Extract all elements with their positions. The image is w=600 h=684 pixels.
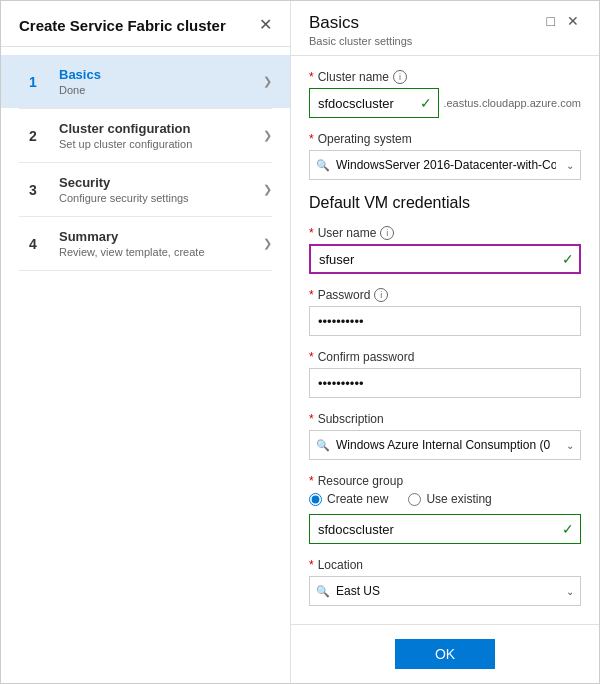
confirm-password-label: * Confirm password bbox=[309, 350, 581, 364]
os-select[interactable]: WindowsServer 2016-Datacenter-with-Co bbox=[309, 150, 581, 180]
right-content: * Cluster name i ✓ .eastus.cloudapp.azur… bbox=[291, 56, 599, 624]
subscription-label: * Subscription bbox=[309, 412, 581, 426]
username-info-icon[interactable]: i bbox=[380, 226, 394, 240]
cluster-name-group: * Cluster name i ✓ .eastus.cloudapp.azur… bbox=[309, 70, 581, 118]
step-chevron-3: ❯ bbox=[263, 183, 272, 196]
step-number-3: 3 bbox=[19, 176, 47, 204]
subscription-select-wrapper: 🔍 Windows Azure Internal Consumption (0 … bbox=[309, 430, 581, 460]
os-select-wrapper: 🔍 WindowsServer 2016-Datacenter-with-Co … bbox=[309, 150, 581, 180]
password-info-icon[interactable]: i bbox=[374, 288, 388, 302]
create-new-radio-label[interactable]: Create new bbox=[309, 492, 388, 506]
step-text-3: Security Configure security settings bbox=[59, 175, 255, 204]
step-title-1: Basics bbox=[59, 67, 255, 82]
step-subtitle-2: Set up cluster configuration bbox=[59, 138, 255, 150]
step-subtitle-3: Configure security settings bbox=[59, 192, 255, 204]
step-divider-4 bbox=[19, 270, 272, 271]
right-panel-title: Basics bbox=[309, 13, 412, 33]
username-group: * User name i ✓ bbox=[309, 226, 581, 274]
cluster-name-label: * Cluster name i bbox=[309, 70, 581, 84]
step-number-1: 1 bbox=[19, 68, 47, 96]
step-item-basics[interactable]: 1 Basics Done ❯ bbox=[1, 55, 290, 108]
steps-list: 1 Basics Done ❯ 2 Cluster configuration … bbox=[1, 47, 290, 683]
username-label: * User name i bbox=[309, 226, 581, 240]
os-label: * Operating system bbox=[309, 132, 581, 146]
close-dialog-button[interactable]: ✕ bbox=[259, 17, 272, 33]
step-subtitle-1: Done bbox=[59, 84, 255, 96]
resource-group-label: * Resource group bbox=[309, 474, 581, 488]
password-input[interactable] bbox=[309, 306, 581, 336]
resource-group-input-wrapper: ✓ bbox=[309, 514, 581, 544]
right-header-actions: □ ✕ bbox=[545, 13, 581, 29]
required-star-username: * bbox=[309, 226, 314, 240]
vm-credentials-section-title: Default VM credentials bbox=[309, 194, 581, 212]
required-star-confirm-password: * bbox=[309, 350, 314, 364]
use-existing-radio[interactable] bbox=[408, 493, 421, 506]
right-header-text: Basics Basic cluster settings bbox=[309, 13, 412, 47]
step-title-4: Summary bbox=[59, 229, 255, 244]
right-footer: OK bbox=[291, 624, 599, 683]
left-panel: Create Service Fabric cluster ✕ 1 Basics… bbox=[1, 1, 291, 683]
dialog-title: Create Service Fabric cluster bbox=[19, 17, 226, 34]
confirm-password-input-wrapper bbox=[309, 368, 581, 398]
resource-group-options: Create new Use existing bbox=[309, 492, 581, 506]
required-star-subscription: * bbox=[309, 412, 314, 426]
step-item-summary[interactable]: 4 Summary Review, view template, create … bbox=[1, 217, 290, 270]
username-input-wrapper: ✓ bbox=[309, 244, 581, 274]
step-item-cluster-config[interactable]: 2 Cluster configuration Set up cluster c… bbox=[1, 109, 290, 162]
step-number-2: 2 bbox=[19, 122, 47, 150]
step-chevron-1: ❯ bbox=[263, 75, 272, 88]
resource-group-input[interactable] bbox=[309, 514, 581, 544]
location-select-wrapper: 🔍 East US ⌄ bbox=[309, 576, 581, 606]
cluster-name-info-icon[interactable]: i bbox=[393, 70, 407, 84]
location-group: * Location 🔍 East US ⌄ bbox=[309, 558, 581, 606]
confirm-password-input[interactable] bbox=[309, 368, 581, 398]
right-panel: Basics Basic cluster settings □ ✕ * Clus… bbox=[291, 1, 599, 683]
create-new-label: Create new bbox=[327, 492, 388, 506]
required-star-location: * bbox=[309, 558, 314, 572]
subscription-group: * Subscription 🔍 Windows Azure Internal … bbox=[309, 412, 581, 460]
resource-group-group: * Resource group Create new Use existing bbox=[309, 474, 581, 544]
create-new-radio[interactable] bbox=[309, 493, 322, 506]
required-star-password: * bbox=[309, 288, 314, 302]
step-subtitle-4: Review, view template, create bbox=[59, 246, 255, 258]
username-input[interactable] bbox=[309, 244, 581, 274]
dialog-wrapper: Create Service Fabric cluster ✕ 1 Basics… bbox=[0, 0, 600, 684]
right-panel-subtitle: Basic cluster settings bbox=[309, 35, 412, 47]
use-existing-label: Use existing bbox=[426, 492, 491, 506]
step-text-1: Basics Done bbox=[59, 67, 255, 96]
use-existing-radio-label[interactable]: Use existing bbox=[408, 492, 491, 506]
cluster-domain-suffix: .eastus.cloudapp.azure.com bbox=[443, 97, 581, 109]
password-label: * Password i bbox=[309, 288, 581, 302]
step-text-2: Cluster configuration Set up cluster con… bbox=[59, 121, 255, 150]
step-chevron-2: ❯ bbox=[263, 129, 272, 142]
step-number-4: 4 bbox=[19, 230, 47, 258]
step-title-3: Security bbox=[59, 175, 255, 190]
step-title-2: Cluster configuration bbox=[59, 121, 255, 136]
close-right-panel-button[interactable]: ✕ bbox=[565, 13, 581, 29]
right-header: Basics Basic cluster settings □ ✕ bbox=[291, 1, 599, 56]
cluster-name-input[interactable] bbox=[309, 88, 439, 118]
location-select[interactable]: East US bbox=[309, 576, 581, 606]
step-item-security[interactable]: 3 Security Configure security settings ❯ bbox=[1, 163, 290, 216]
operating-system-group: * Operating system 🔍 WindowsServer 2016-… bbox=[309, 132, 581, 180]
required-star-cluster: * bbox=[309, 70, 314, 84]
minimize-button[interactable]: □ bbox=[545, 13, 557, 29]
password-input-wrapper bbox=[309, 306, 581, 336]
subscription-select[interactable]: Windows Azure Internal Consumption (0 bbox=[309, 430, 581, 460]
required-star-resource-group: * bbox=[309, 474, 314, 488]
step-text-4: Summary Review, view template, create bbox=[59, 229, 255, 258]
confirm-password-group: * Confirm password bbox=[309, 350, 581, 398]
required-star-os: * bbox=[309, 132, 314, 146]
left-header: Create Service Fabric cluster ✕ bbox=[1, 1, 290, 47]
password-group: * Password i bbox=[309, 288, 581, 336]
ok-button[interactable]: OK bbox=[395, 639, 495, 669]
step-chevron-4: ❯ bbox=[263, 237, 272, 250]
location-label: * Location bbox=[309, 558, 581, 572]
